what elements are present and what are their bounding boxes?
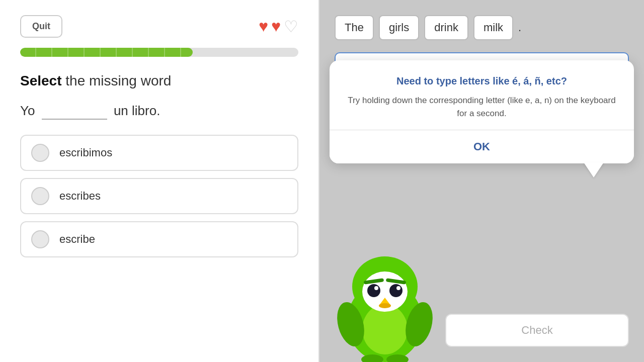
word-milk: milk <box>473 15 513 40</box>
sentence-blank <box>42 103 107 120</box>
radio-escribimos <box>31 144 49 162</box>
svg-point-6 <box>367 284 380 297</box>
check-button[interactable]: Check <box>445 314 629 347</box>
sentence-start: Yo <box>20 103 35 118</box>
sentence-period: . <box>518 21 521 34</box>
right-panel: The girls drink milk . Need to type lett… <box>319 0 644 362</box>
option-escribes[interactable]: escribes <box>20 178 298 214</box>
instruction: Select the missing word <box>20 73 298 89</box>
hearts-container: ♥ ♥ ♡ <box>259 17 298 36</box>
dialog-ok-button[interactable]: OK <box>330 130 634 163</box>
option-escribe-label: escribe <box>59 233 95 246</box>
svg-point-11 <box>379 303 391 308</box>
option-escribimos[interactable]: escribimos <box>20 135 298 171</box>
word-girls: girls <box>379 15 419 40</box>
dialog-title: Need to type letters like é, á, ñ, etc? <box>345 75 619 87</box>
owl-mascot <box>335 251 435 362</box>
heart-3: ♡ <box>284 17 298 36</box>
special-chars-dialog: Need to type letters like é, á, ñ, etc? … <box>330 60 634 163</box>
heart-1: ♥ <box>259 17 268 36</box>
option-escribes-label: escribes <box>59 190 101 203</box>
quit-button[interactable]: Quit <box>20 15 62 38</box>
top-bar: Quit ♥ ♥ ♡ <box>20 15 298 38</box>
sentence: Yo un libro. <box>20 103 298 120</box>
svg-point-8 <box>374 286 378 290</box>
answer-options: escribimos escribes escribe <box>20 135 298 257</box>
instruction-bold: Select <box>20 73 62 88</box>
radio-escribes <box>31 187 49 205</box>
svg-point-9 <box>396 286 400 290</box>
instruction-rest: the missing word <box>62 73 172 88</box>
option-escribimos-label: escribimos <box>59 146 112 159</box>
radio-escribe <box>31 230 49 248</box>
left-panel: Quit ♥ ♥ ♡ Select the missing word Yo un… <box>0 0 319 362</box>
progress-bar-fill <box>20 48 193 57</box>
heart-2: ♥ <box>271 17 281 36</box>
svg-point-7 <box>389 284 403 297</box>
word-the: The <box>335 15 374 40</box>
sentence-end: un libro. <box>114 103 160 118</box>
option-escribe[interactable]: escribe <box>20 221 298 257</box>
progress-bar <box>20 48 298 57</box>
sentence-words: The girls drink milk . <box>335 15 629 40</box>
dialog-body: Try holding down the corresponding lette… <box>345 94 619 120</box>
word-drink: drink <box>424 15 468 40</box>
